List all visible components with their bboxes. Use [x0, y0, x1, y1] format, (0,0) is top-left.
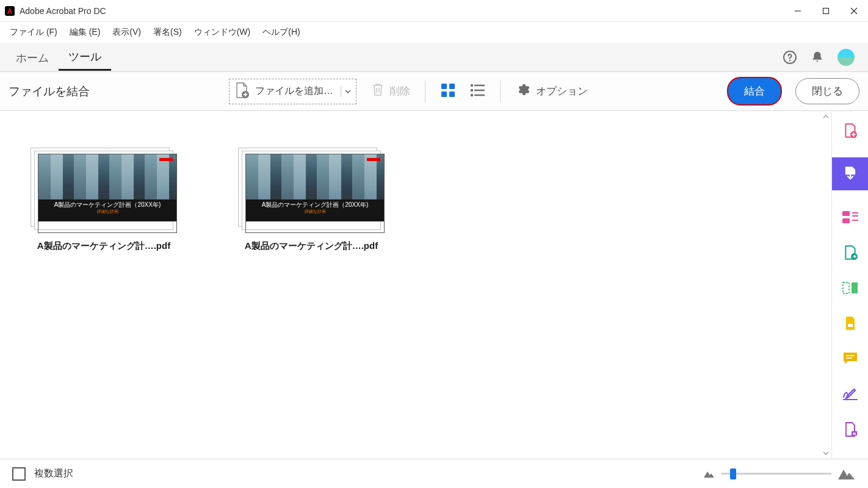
multiselect-label: 複数選択 — [34, 467, 73, 480]
acrobat-app-icon — [5, 6, 15, 16]
main-area: A製品のマーケティング計画（20XX年) 詳細な計画 A製品のマーケティング計…… — [0, 111, 868, 459]
svg-rect-27 — [848, 324, 853, 327]
menu-file[interactable]: ファイル (F) — [4, 24, 63, 40]
menu-view[interactable]: 表示(V) — [106, 24, 147, 40]
slider-knob[interactable] — [730, 468, 736, 479]
file-thumbnail[interactable]: A製品のマーケティング計画（20XX年) 詳細な計画 A製品のマーケティング計…… — [232, 148, 391, 252]
options-label: オプション — [536, 84, 588, 98]
menu-help[interactable]: ヘルプ(H) — [256, 24, 306, 40]
window-maximize-button[interactable] — [812, 0, 840, 22]
close-button[interactable]: 閉じる — [795, 78, 859, 104]
delete-button[interactable]: 削除 — [371, 82, 410, 101]
page-add-icon — [234, 82, 249, 101]
svg-rect-19 — [842, 211, 850, 216]
thumbnail-size-slider[interactable] — [703, 468, 856, 480]
window-close-button[interactable] — [840, 0, 868, 22]
add-files-label: ファイルを追加… — [255, 85, 333, 98]
preview-title: A製品のマーケティング計画（20XX年) — [43, 201, 172, 209]
combine-toolbar: ファイルを結合 ファイルを追加… 削除 — [0, 72, 868, 111]
page-stack-preview: A製品のマーケティング計画（20XX年) 詳細な計画 — [238, 148, 385, 233]
trash-icon — [371, 82, 385, 101]
help-icon[interactable] — [783, 50, 797, 65]
multiselect-checkbox[interactable] — [12, 467, 26, 481]
options-button[interactable]: オプション — [515, 82, 588, 100]
more-tools-icon[interactable] — [842, 421, 859, 438]
svg-point-12 — [471, 85, 472, 86]
window-minimize-button[interactable] — [784, 0, 812, 22]
svg-rect-20 — [842, 218, 850, 223]
create-pdf-tool-icon[interactable] — [842, 122, 859, 139]
file-name: A製品のマーケティング計….pdf — [24, 240, 183, 252]
thumbnail-view-icon[interactable] — [440, 82, 456, 100]
svg-rect-10 — [441, 92, 447, 97]
list-view-icon[interactable] — [469, 82, 485, 100]
file-thumbnail[interactable]: A製品のマーケティング計画（20XX年) 詳細な計画 A製品のマーケティング計…… — [24, 148, 183, 252]
tab-tools[interactable]: ツール — [59, 43, 111, 71]
fill-sign-tool-icon[interactable] — [842, 386, 859, 403]
svg-rect-11 — [449, 92, 455, 97]
mountain-large-icon — [837, 468, 856, 480]
svg-rect-8 — [441, 84, 447, 89]
page-stack-preview: A製品のマーケティング計画（20XX年) 詳細な計画 — [31, 148, 177, 233]
chevron-down-icon[interactable] — [341, 86, 351, 97]
right-tool-panel — [831, 111, 868, 459]
svg-point-6 — [789, 59, 790, 60]
preview-sub: 詳細な計画 — [251, 209, 379, 214]
app-tabs: ホーム ツール — [0, 43, 868, 72]
separator — [425, 81, 425, 102]
file-thumbnail-area[interactable]: A製品のマーケティング計画（20XX年) 詳細な計画 A製品のマーケティング計…… — [0, 111, 831, 459]
slider-track[interactable] — [722, 473, 831, 475]
menu-window[interactable]: ウィンドウ(W) — [188, 24, 257, 40]
preview-sub: 詳細な計画 — [43, 209, 172, 214]
add-files-button[interactable]: ファイルを追加… — [229, 79, 356, 104]
separator — [500, 81, 501, 102]
comment-tool-icon[interactable] — [842, 350, 859, 367]
edit-pdf-tool-icon[interactable] — [842, 209, 859, 226]
delete-label: 削除 — [389, 84, 410, 98]
svg-point-14 — [471, 90, 472, 91]
file-name: A製品のマーケティング計….pdf — [232, 240, 391, 252]
menu-edit[interactable]: 編集 (E) — [63, 24, 107, 40]
svg-point-16 — [471, 95, 472, 96]
tab-home[interactable]: ホーム — [6, 45, 59, 70]
svg-rect-2 — [823, 8, 829, 13]
preview-title: A製品のマーケティング計画（20XX年) — [251, 201, 379, 209]
toolbar-title: ファイルを結合 — [9, 84, 90, 99]
footer: 複数選択 — [0, 459, 868, 488]
menu-sign[interactable]: 署名(S) — [147, 24, 188, 40]
export-pdf-tool-icon[interactable] — [842, 244, 859, 261]
bell-icon[interactable] — [811, 51, 824, 64]
mountain-small-icon — [703, 470, 715, 478]
organize-pages-tool-icon[interactable] — [842, 279, 859, 296]
avatar[interactable] — [837, 49, 855, 66]
gear-icon — [515, 82, 530, 100]
titlebar: Adobe Acrobat Pro DC — [0, 0, 868, 22]
menubar: ファイル (F) 編集 (E) 表示(V) 署名(S) ウィンドウ(W) ヘルプ… — [0, 22, 868, 43]
combine-files-tool-icon[interactable] — [832, 157, 869, 190]
svg-rect-9 — [449, 84, 455, 89]
app-title: Adobe Acrobat Pro DC — [20, 6, 106, 16]
scrollbar[interactable] — [820, 111, 831, 459]
combine-button[interactable]: 結合 — [727, 77, 782, 106]
svg-rect-26 — [852, 282, 858, 293]
redact-tool-icon[interactable] — [842, 315, 859, 332]
svg-rect-25 — [843, 282, 849, 293]
